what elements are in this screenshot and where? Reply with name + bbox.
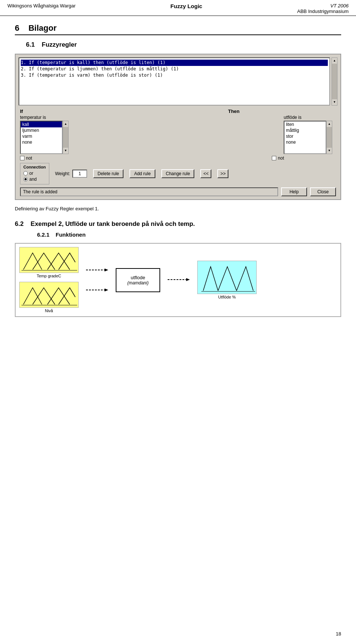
center-system-box: utflode (mamdani) — [116, 268, 160, 292]
radio-or-button[interactable] — [23, 171, 28, 176]
connection-title: Connection — [23, 165, 46, 169]
if-item-varm[interactable]: varm — [21, 133, 62, 139]
rules-list[interactable]: 1. If (temperatur is kall) then (utflöde… — [19, 57, 330, 106]
sub61-number: 6.1 — [26, 41, 35, 48]
rules-scrollbar[interactable]: ▲ ▼ — [332, 57, 337, 106]
radio-and-button[interactable] — [23, 177, 28, 181]
output-fuzzy-svg — [197, 261, 257, 294]
header-right: VT 2006 ABB Industrigymnasium — [297, 3, 349, 14]
sub62-number: 6.2 — [15, 220, 24, 227]
add-rule-button[interactable]: Add rule — [129, 169, 155, 178]
if-not-check: not — [20, 156, 32, 161]
subsection-61-heading: 6.1 Fuzzyregler — [26, 41, 341, 49]
if-not-checkbox[interactable] — [20, 156, 24, 160]
nivel-label: Nivå — [45, 308, 53, 313]
if-then-row: If Then — [17, 107, 339, 114]
svg-rect-10 — [198, 261, 257, 294]
svg-marker-7 — [105, 288, 108, 291]
then-item-none[interactable]: none — [284, 139, 326, 145]
temp-label: Temp gradeC — [37, 274, 61, 278]
then-label: Then — [228, 109, 240, 114]
rule-item-2[interactable]: 2. If (temperatur is ljummen) then (utfl… — [21, 66, 328, 72]
if-item-kall[interactable]: kall — [21, 121, 62, 127]
if-item-none[interactable]: none — [21, 139, 62, 145]
rule-item-3[interactable]: 3. If (temperatur is varm) then (utflöde… — [21, 72, 328, 79]
delete-rule-button[interactable]: Delete rule — [93, 169, 123, 178]
then-var-label: utflöde is — [284, 115, 332, 120]
if-item-ljummen[interactable]: ljummen — [21, 127, 62, 133]
scroll-down-arrow[interactable]: ▼ — [333, 99, 336, 105]
then-not-check: not — [272, 156, 284, 161]
rule-item-1[interactable]: 1. If (temperatur is kall) then (utflöde… — [21, 60, 328, 66]
page-header: Wikingsons Wåghalsiga Wargar Fuzzy Logic… — [0, 0, 356, 16]
sub621-title: Funktionen — [56, 231, 86, 238]
if-label: If — [20, 109, 23, 114]
fuzzy-inputs: Temp gradeC Nivå — [19, 247, 79, 313]
temp-fuzzy-svg — [19, 247, 79, 273]
if-scroll-track — [63, 127, 68, 148]
radio-or-label: or — [29, 171, 33, 176]
header-vt: VT 2006 — [297, 3, 349, 9]
not-row: not not — [17, 155, 339, 161]
then-not-checkbox[interactable] — [272, 156, 276, 160]
fuzzy-rule-editor-dialog: 1. If (temperatur is kall) then (utflöde… — [15, 54, 341, 200]
if-listbox[interactable]: kallljummenvarmnone — [20, 121, 63, 154]
header-school: ABB Industrigymnasium — [297, 9, 349, 14]
sub61-title: Fuzzyregler — [42, 41, 77, 48]
page-number: 18 — [336, 631, 341, 637]
then-listbox-wrapper: litenmåttligstornone ▲ ▼ — [284, 121, 332, 154]
weight-section: Weight: — [55, 170, 87, 178]
radio-and-label: and — [29, 177, 37, 182]
change-rule-button[interactable]: Change rule — [161, 169, 194, 178]
center-system-name: utflode — [124, 275, 152, 280]
output-group: Utflöde % — [197, 261, 257, 299]
status-text: The rule is added — [20, 187, 278, 196]
then-variable-section: utflöde is litenmåttligstornone ▲ ▼ — [284, 115, 332, 154]
sub62-title: Exempel 2, Utflöde ur tank beroende på n… — [31, 220, 195, 227]
svg-marker-9 — [186, 278, 190, 281]
if-scroll-up[interactable]: ▲ — [64, 121, 67, 127]
caption-text: Definiering av Fuzzy Regler exempel 1. — [15, 206, 341, 211]
then-listbox[interactable]: litenmåttligstornone — [284, 121, 326, 154]
radio-and[interactable]: and — [23, 177, 46, 182]
variables-row: temperatur is kallljummenvarmnone ▲ ▼ ut… — [17, 114, 339, 155]
if-not-label: not — [26, 156, 32, 161]
rules-list-wrapper: 1. If (temperatur is kall) then (utflöde… — [17, 56, 339, 107]
status-row: The rule is added Help Close — [17, 186, 339, 198]
next-rule-button[interactable]: >> — [217, 169, 228, 178]
fuzzy-system-diagram: Temp gradeC Nivå — [15, 243, 341, 317]
nivel-fuzzy-svg — [19, 282, 79, 308]
radio-or[interactable]: or — [23, 171, 46, 176]
weight-input[interactable] — [72, 170, 87, 178]
then-scrollbar[interactable]: ▲ ▼ — [326, 121, 332, 154]
then-item-måttlig[interactable]: måttlig — [284, 127, 326, 133]
if-listbox-wrapper: kallljummenvarmnone ▲ ▼ — [20, 121, 69, 154]
subsection-621-heading: 6.2.1 Funktionen — [37, 231, 341, 238]
svg-marker-5 — [105, 268, 108, 271]
help-button[interactable]: Help — [281, 187, 307, 196]
output-label: Utflöde % — [218, 295, 236, 299]
fuzzy-diagram-content: Temp gradeC Nivå — [19, 247, 337, 313]
close-button[interactable]: Close — [310, 187, 336, 196]
then-not-label: not — [278, 156, 284, 161]
prev-rule-button[interactable]: << — [200, 169, 211, 178]
input-arrows — [86, 267, 108, 293]
connection-group: Connection or and — [20, 163, 49, 184]
rules-list-content: 1. If (temperatur is kall) then (utflöde… — [21, 60, 328, 78]
if-scrollbar[interactable]: ▲ ▼ — [63, 121, 69, 154]
if-scroll-down[interactable]: ▼ — [64, 148, 67, 154]
bottom-arrow-svg — [86, 287, 108, 293]
scroll-track — [332, 64, 337, 99]
then-scroll-up[interactable]: ▲ — [328, 121, 331, 127]
section-6-title: Bilagor — [29, 23, 57, 33]
header-left: Wikingsons Wåghalsiga Wargar — [7, 3, 76, 9]
section-6-number: 6 — [15, 23, 19, 33]
then-item-stor[interactable]: stor — [284, 133, 326, 139]
then-scroll-down[interactable]: ▼ — [328, 148, 331, 154]
temp-input-group: Temp gradeC — [19, 247, 79, 278]
then-item-liten[interactable]: liten — [284, 121, 326, 127]
center-system-type: (mamdani) — [124, 280, 152, 286]
section-6-heading: 6 Bilagor — [15, 23, 341, 35]
sub621-number: 6.2.1 — [37, 231, 49, 238]
scroll-up-arrow[interactable]: ▲ — [333, 58, 336, 64]
